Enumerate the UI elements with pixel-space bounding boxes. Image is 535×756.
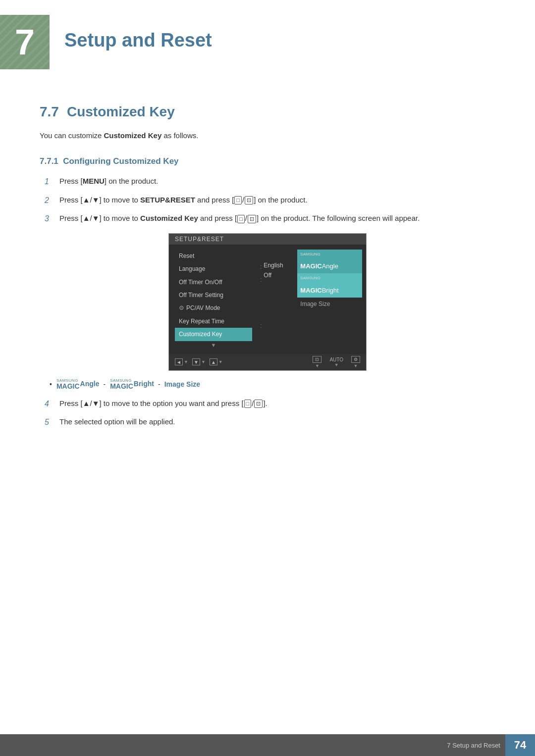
colon-customized: : (258, 319, 264, 332)
option-list-item: SAMSUNG MAGIC Angle - SAMSUNG MAGIC Brig… (50, 379, 495, 390)
settings-icon: ⚙ (351, 356, 360, 363)
footer-auto-arrow: ▼ (334, 362, 339, 367)
footer-btn-down: ▼ ▼ (192, 358, 206, 365)
footer-btn-left: ◄ ▼ (175, 358, 188, 365)
steps-list: 1 Press [MENU] on the product. 2 Press [… (45, 175, 495, 225)
samsung-label-angle: SAMSUNG (300, 252, 320, 256)
section-771-number: 7.7.1 (40, 156, 58, 166)
menu-item-off-timer-onoff: Off Timer On/Off (175, 276, 226, 289)
menu-colons: : : : (258, 248, 264, 351)
menu-values: English Off (264, 248, 293, 351)
menu-footer-right: ⊡ ▼ AUTO ▼ ⚙ ▼ (313, 356, 360, 368)
step-1-text: Press [MENU] on the product. (59, 175, 495, 187)
footer-section-text: 7 Setup and Reset (447, 742, 500, 749)
menu-left-panel: Reset Language Off Timer On/Off Off Time… (169, 248, 258, 351)
value-offtimer: Off (264, 270, 293, 280)
menu-item-language: Language (175, 262, 209, 275)
intro-text-after: as follows. (161, 131, 198, 140)
section-771-heading: Configuring Customized Key (63, 156, 178, 166)
footer-enter-btn: ⊡ ▼ (313, 356, 321, 368)
button-icon-square: □ (234, 196, 242, 204)
menu-body: Reset Language Off Timer On/Off Off Time… (169, 245, 366, 354)
footer-auto-btn: AUTO ▼ (329, 357, 343, 367)
dash-2: - (158, 380, 160, 388)
step-4-text: Press [▲/▼] to move to the option you wa… (59, 398, 495, 409)
image-size-text: Image Size (300, 301, 330, 307)
footer-page-number: 74 (505, 734, 535, 756)
content-area: 7.7 Customized Key You can customize Cus… (0, 104, 535, 474)
gear-icon: ⚙ (179, 304, 184, 311)
menu-item-customized-key: Customized Key (175, 328, 252, 341)
page-footer: 7 Setup and Reset 74 (0, 734, 535, 756)
samsung-magic-angle-inline: SAMSUNG MAGIC Angle (56, 379, 100, 390)
samsung-label-bright: SAMSUNG (300, 276, 320, 280)
menu-row-offtimer: Off Timer On/Off (175, 276, 252, 289)
intro-paragraph: You can customize Customized Key as foll… (40, 130, 495, 142)
menu-header: SETUP&RESET (169, 234, 366, 245)
chapter-number-block: 7 (0, 15, 50, 69)
steps-list-2: 4 Press [▲/▼] to move to the option you … (45, 398, 495, 429)
footer-enter-arrow: ▼ (315, 363, 320, 368)
menu-footer: ◄ ▼ ▼ ▼ ▲ ▼ ⊡ ▼ AUTO ▼ (169, 354, 366, 370)
menu-screenshot: SETUP&RESET Reset Language Off Timer On/… (168, 233, 367, 371)
magic-angle-badge: SAMSUNG MAGIC (56, 379, 80, 390)
footer-arrow-down3: ▼ (218, 359, 223, 364)
footer-settings-btn: ⚙ ▼ (351, 356, 360, 368)
samsung-magic-bright-inline: SAMSUNG MAGIC Bright (109, 379, 154, 390)
step-5-text: The selected option will be applied. (59, 416, 495, 428)
step-5-num: 5 (45, 416, 59, 429)
option-image-size: Image Size (164, 380, 200, 388)
step-2-text: Press [▲/▼] to move to SETUP&RESET and p… (59, 194, 495, 206)
section-77: 7.7 Customized Key (40, 104, 495, 120)
footer-left-icon: ◄ (175, 358, 183, 365)
step-2-num: 2 (45, 194, 59, 207)
step-3-text: Press [▲/▼] to move to Customized Key an… (59, 212, 495, 224)
step-1: 1 Press [MENU] on the product. (45, 175, 495, 188)
button-icon-square-4: □ (244, 400, 252, 408)
menu-right-magic-bright: SAMSUNG MAGICBright (297, 273, 362, 297)
dash-1: - (103, 380, 106, 388)
footer-btn-up: ▲ ▼ (210, 358, 223, 365)
button-icon-circle: ⊡ (245, 196, 253, 204)
section-77-number: 7.7 (40, 104, 59, 120)
chapter-header: 7 Setup and Reset (0, 0, 535, 79)
step-2-bold: SETUP&RESET (140, 196, 195, 204)
step-1-bold: MENU (83, 177, 105, 185)
menu-item-off-timer-setting: Off Timer Setting (175, 289, 252, 302)
step-3-num: 3 (45, 212, 59, 225)
menu-item-key-repeat: Key Repeat Time (175, 315, 252, 328)
intro-bold-key: Customized Key (104, 131, 162, 140)
menu-footer-left: ◄ ▼ ▼ ▼ ▲ ▼ (175, 358, 223, 365)
option-angle: Angle (80, 379, 100, 387)
chapter-title: Setup and Reset (54, 15, 212, 51)
button-icon-circle-4: ⊡ (254, 400, 263, 408)
enter-icon: ⊡ (313, 356, 321, 363)
footer-up-icon: ▲ (210, 358, 217, 365)
bright-text: Bright (322, 287, 339, 294)
colon-offtimer: : (258, 273, 264, 286)
button-icon-square-2: □ (237, 215, 245, 223)
menu-right-image-size: Image Size (297, 298, 362, 310)
section-771-title: 7.7.1 Configuring Customized Key (40, 156, 495, 166)
footer-settings-arrow: ▼ (354, 363, 358, 368)
button-icon-circle-2: ⊡ (248, 215, 256, 223)
step-4-num: 4 (45, 398, 59, 410)
magic-bright-label: MAGIC (300, 287, 321, 294)
angle-text: Angle (322, 262, 338, 270)
step-2: 2 Press [▲/▼] to move to SETUP&RESET and… (45, 194, 495, 207)
menu-right-panel: SAMSUNG MAGICAngle SAMSUNG MAGICBright I… (293, 248, 366, 351)
step-3-bold: Customized Key (140, 214, 198, 222)
value-language: English (264, 260, 293, 270)
colon-language: : (258, 260, 264, 273)
option-list: SAMSUNG MAGIC Angle - SAMSUNG MAGIC Brig… (50, 379, 495, 390)
menu-row-language: Language (175, 262, 252, 275)
section-77-heading: Customized Key (67, 104, 175, 120)
footer-arrow-down2: ▼ (201, 359, 206, 364)
step-3: 3 Press [▲/▼] to move to Customized Key … (45, 212, 495, 225)
magic-bright-badge: SAMSUNG MAGIC (110, 379, 133, 390)
step-5: 5 The selected option will be applied. (45, 416, 495, 429)
section-77-title: 7.7 Customized Key (40, 104, 495, 120)
menu-item-pcav-mode: ⚙PC/AV Mode (175, 302, 252, 314)
magic-angle-label: MAGIC (300, 262, 321, 270)
menu-right-magic-angle: SAMSUNG MAGICAngle (297, 250, 362, 273)
